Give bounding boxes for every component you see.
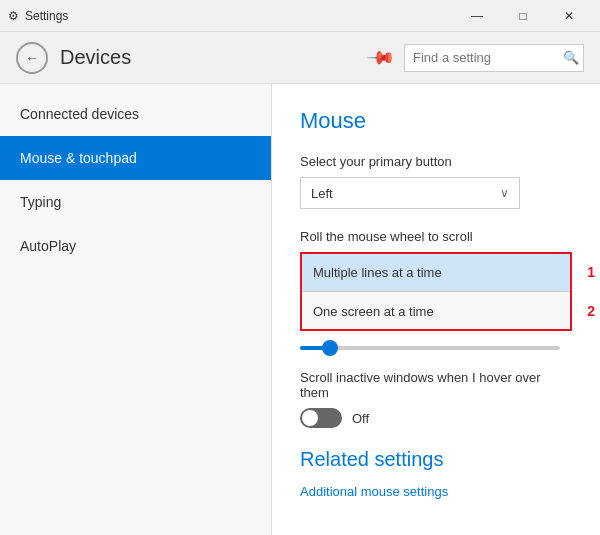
slider-track	[300, 346, 560, 350]
scroll-option-multiple-lines[interactable]: Multiple lines at a time 1	[300, 252, 572, 292]
sidebar-item-label: Mouse & touchpad	[20, 150, 137, 166]
sidebar-item-label: AutoPlay	[20, 238, 76, 254]
primary-button-label: Select your primary button	[300, 154, 572, 169]
scroll-options-group: Multiple lines at a time 1 One screen at…	[300, 252, 572, 331]
title-bar-text: Settings	[25, 9, 68, 23]
search-input[interactable]	[413, 50, 563, 65]
sidebar-item-typing[interactable]: Typing	[0, 180, 271, 224]
sidebar-item-label: Connected devices	[20, 106, 139, 122]
content-area: Mouse Select your primary button Left Ri…	[272, 84, 600, 535]
title-bar-controls: — □ ✕	[454, 0, 592, 32]
search-icon: 🔍	[563, 50, 579, 65]
additional-mouse-settings-link[interactable]: Additional mouse settings	[300, 484, 448, 499]
maximize-button[interactable]: □	[500, 0, 546, 32]
app-icon: ⚙	[8, 9, 19, 23]
scroll-lines-slider[interactable]	[300, 346, 572, 350]
toggle-row: Scroll inactive windows when I hover ove…	[300, 370, 572, 428]
page-title: Devices	[60, 46, 358, 69]
title-bar: ⚙ Settings — □ ✕	[0, 0, 600, 32]
search-box[interactable]: 🔍	[404, 44, 584, 72]
toggle-state-text: Off	[352, 411, 369, 426]
sidebar-item-autoplay[interactable]: AutoPlay	[0, 224, 271, 268]
close-button[interactable]: ✕	[546, 0, 592, 32]
sidebar-item-connected-devices[interactable]: Connected devices	[0, 92, 271, 136]
toggle-knob	[302, 410, 318, 426]
app-header: ← Devices 📌 🔍	[0, 32, 600, 84]
back-arrow-icon: ←	[25, 50, 39, 66]
toggle-label: Scroll inactive windows when I hover ove…	[300, 370, 572, 400]
related-settings-title: Related settings	[300, 448, 572, 471]
primary-button-dropdown[interactable]: Left Right	[311, 186, 500, 201]
pin-icon[interactable]: 📌	[365, 42, 396, 73]
primary-button-select[interactable]: Left Right ∨	[300, 177, 520, 209]
sidebar-item-label: Typing	[20, 194, 61, 210]
scroll-label: Roll the mouse wheel to scroll	[300, 229, 572, 244]
option-number-2: 2	[587, 303, 595, 319]
back-button[interactable]: ←	[16, 42, 48, 74]
main-layout: Connected devices Mouse & touchpad Typin…	[0, 84, 600, 535]
select-arrow-icon: ∨	[500, 186, 509, 200]
title-bar-left: ⚙ Settings	[8, 9, 68, 23]
section-title: Mouse	[300, 108, 572, 134]
scroll-option-label: Multiple lines at a time	[313, 265, 442, 280]
scroll-option-one-screen[interactable]: One screen at a time 2	[300, 291, 572, 331]
sidebar-item-mouse-touchpad[interactable]: Mouse & touchpad	[0, 136, 271, 180]
option-number-1: 1	[587, 264, 595, 280]
sidebar: Connected devices Mouse & touchpad Typin…	[0, 84, 272, 535]
header-right: 📌 🔍	[370, 44, 584, 72]
scroll-inactive-toggle[interactable]	[300, 408, 342, 428]
minimize-button[interactable]: —	[454, 0, 500, 32]
scroll-option-label: One screen at a time	[313, 304, 434, 319]
slider-thumb[interactable]	[322, 340, 338, 356]
toggle-container: Off	[300, 408, 572, 428]
